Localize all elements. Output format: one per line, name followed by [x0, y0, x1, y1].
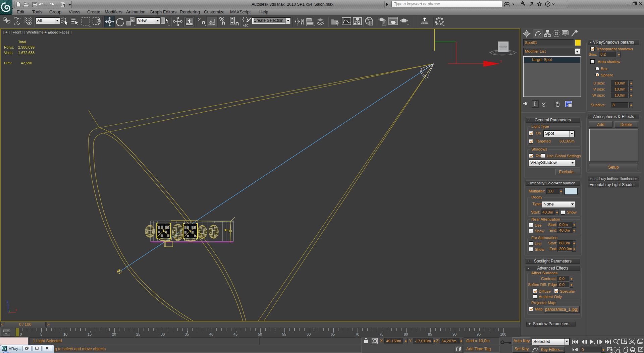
svg-text:1.672.633: 1.672.633	[18, 51, 35, 55]
svg-text:z: z	[7, 300, 8, 303]
svg-text:2.980.099: 2.980.099	[18, 45, 35, 49]
svg-text:ABC: ABC	[243, 24, 249, 27]
svg-text:FRONT: FRONT	[499, 46, 507, 49]
svg-text:Total: Total	[18, 40, 26, 44]
svg-text:Verts:: Verts:	[4, 51, 13, 55]
svg-text:?: ?	[547, 2, 549, 6]
svg-text:[ + ] [ Front ] [ Wireframe +: [ + ] [ Front ] [ Wireframe + Edged Face…	[3, 30, 71, 34]
svg-text:42,590: 42,590	[21, 61, 32, 65]
svg-text:FPS:: FPS:	[4, 61, 12, 65]
svg-text:x: x	[500, 59, 502, 63]
svg-text:2: 2	[198, 16, 201, 22]
svg-text:y: y	[9, 309, 10, 312]
svg-text:Polys:: Polys:	[4, 45, 14, 49]
svg-text:x: x	[15, 308, 17, 312]
